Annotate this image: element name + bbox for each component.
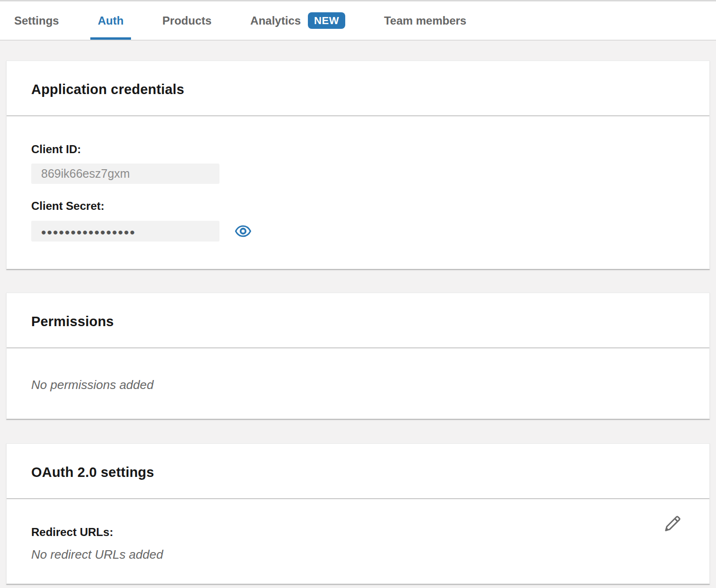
permissions-header: Permissions xyxy=(7,293,709,348)
oauth-settings-title: OAuth 2.0 settings xyxy=(31,465,685,480)
client-secret-masked-value: •••••••••••••••• xyxy=(31,221,219,242)
tab-analytics[interactable]: Analytics NEW xyxy=(243,1,353,40)
auth-tab-content: Application credentials Client ID: 869ik… xyxy=(0,61,716,585)
application-credentials-card: Application credentials Client ID: 869ik… xyxy=(6,61,710,270)
permissions-title: Permissions xyxy=(31,314,685,329)
client-id-value: 869ik66esz7gxm xyxy=(31,164,219,184)
application-credentials-header: Application credentials xyxy=(7,61,709,116)
permissions-card: Permissions No permissions added xyxy=(6,293,710,420)
tab-products[interactable]: Products xyxy=(155,1,219,40)
no-permissions-text: No permissions added xyxy=(31,378,685,392)
tab-settings[interactable]: Settings xyxy=(7,1,67,40)
tab-auth[interactable]: Auth xyxy=(90,1,131,40)
client-secret-label: Client Secret: xyxy=(31,199,685,213)
permissions-body: No permissions added xyxy=(7,348,709,419)
client-secret-row: •••••••••••••••• xyxy=(31,221,685,242)
tab-team-members[interactable]: Team members xyxy=(376,1,474,40)
tab-analytics-label: Analytics xyxy=(250,14,301,27)
application-credentials-body: Client ID: 869ik66esz7gxm Client Secret:… xyxy=(7,116,709,269)
oauth-settings-header: OAuth 2.0 settings xyxy=(7,444,709,499)
no-redirect-urls-text: No redirect URLs added xyxy=(31,547,685,562)
pencil-icon xyxy=(663,514,682,534)
oauth-settings-card: OAuth 2.0 settings Redirect URLs: No red… xyxy=(6,443,710,585)
new-badge: NEW xyxy=(308,12,345,29)
edit-redirect-urls-button[interactable] xyxy=(662,513,683,534)
redirect-urls-label: Redirect URLs: xyxy=(31,526,685,539)
oauth-settings-body: Redirect URLs: No redirect URLs added xyxy=(7,499,709,584)
reveal-secret-button[interactable] xyxy=(235,223,251,239)
client-id-label: Client ID: xyxy=(31,143,685,156)
application-credentials-title: Application credentials xyxy=(31,82,685,97)
tab-bar: Settings Auth Products Analytics NEW Tea… xyxy=(0,0,716,41)
eye-icon xyxy=(235,223,251,239)
